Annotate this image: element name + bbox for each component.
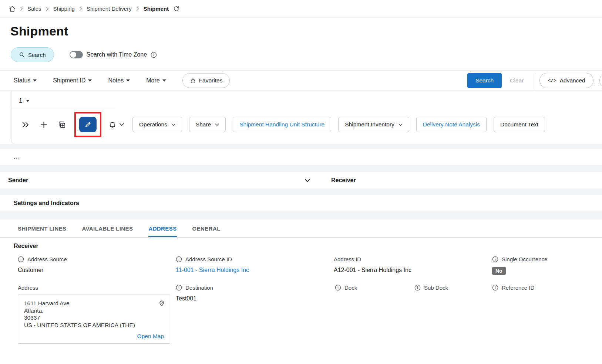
- shipment-inventory-button[interactable]: Shipment Inventory: [338, 117, 409, 132]
- section-gap: [0, 211, 602, 220]
- edit-button[interactable]: [79, 117, 97, 132]
- filter-more-label: More: [146, 77, 159, 84]
- refresh-icon[interactable]: [173, 6, 179, 12]
- caret-down-icon: [126, 79, 130, 82]
- address-id-label: Address ID: [334, 256, 361, 262]
- address-source-id-label: Address Source ID: [185, 256, 232, 262]
- save-button[interactable]: Save: [599, 73, 602, 88]
- chevron-down-icon: [305, 179, 310, 182]
- sub-dock-label: Sub Dock: [424, 285, 448, 291]
- chevron-right-icon: [46, 7, 49, 11]
- filter-status-label: Status: [14, 77, 30, 84]
- field-row-1: Address Source Customer Address Source I…: [18, 256, 602, 275]
- settings-panel-header[interactable]: Settings and Indicators: [0, 195, 602, 211]
- address-line: US - UNITED STATES OF AMERICA (THE): [24, 322, 164, 329]
- tab-general[interactable]: GENERAL: [192, 220, 221, 237]
- home-icon[interactable]: [9, 6, 16, 12]
- chevron-down-icon: [398, 123, 403, 126]
- search-button[interactable]: Search: [11, 47, 54, 62]
- filter-notes-label: Notes: [108, 77, 124, 84]
- field-destination: Destination Test001: [176, 285, 335, 344]
- info-icon[interactable]: [492, 285, 498, 291]
- field-single-occurrence: Single Occurrence No: [492, 256, 602, 275]
- shipment-inventory-label: Shipment Inventory: [345, 121, 394, 128]
- field-address: Address 1611 Harvard Ave Atlanta, 30337 …: [18, 285, 176, 344]
- field-address-source: Address Source Customer: [18, 256, 176, 275]
- duplicate-icon: [58, 121, 65, 128]
- filter-status[interactable]: Status: [14, 77, 37, 84]
- open-map-link[interactable]: Open Map: [137, 333, 164, 340]
- info-icon[interactable]: [18, 256, 24, 262]
- clear-button[interactable]: Clear: [503, 73, 530, 88]
- caret-down-icon: [162, 79, 166, 82]
- filter-more[interactable]: More: [146, 77, 166, 84]
- section-gap: [0, 165, 602, 172]
- breadcrumb-item-shipping[interactable]: Shipping: [53, 6, 75, 12]
- collapsed-summary-row[interactable]: ...: [0, 149, 602, 165]
- duplicate-button[interactable]: [55, 118, 68, 131]
- breadcrumb-item-sales[interactable]: Sales: [27, 6, 41, 12]
- info-icon[interactable]: [414, 285, 421, 291]
- info-icon[interactable]: [176, 256, 182, 262]
- chevron-right-icon: [79, 7, 82, 11]
- delivery-note-analysis-button[interactable]: Delivery Note Analysis: [416, 117, 487, 132]
- favorites-label: Favorites: [199, 77, 223, 84]
- search-controls: Search Search with Time Zone: [11, 47, 602, 63]
- search-button-label: Search: [28, 52, 46, 58]
- caret-down-icon: [33, 79, 37, 82]
- dock-label: Dock: [344, 285, 357, 291]
- info-icon[interactable]: [492, 256, 498, 262]
- search-icon: [19, 52, 25, 58]
- chevron-down-icon: [215, 123, 219, 126]
- sender-panel-label: Sender: [8, 177, 28, 184]
- annotation-highlight: [74, 112, 101, 137]
- share-button[interactable]: Share: [189, 117, 226, 132]
- search-submit-button[interactable]: Search: [467, 73, 502, 88]
- chevron-right-icon: [20, 7, 23, 11]
- timezone-toggle[interactable]: [70, 51, 83, 58]
- tab-available-lines[interactable]: AVAILABLE LINES: [82, 220, 133, 237]
- section-gap: [0, 144, 602, 149]
- section-gap: [0, 188, 602, 195]
- destination-label: Destination: [185, 285, 213, 291]
- plus-icon: [40, 121, 47, 128]
- tab-shipment-lines[interactable]: SHIPMENT LINES: [18, 220, 66, 237]
- results-panel: 1 Operations Share Shipment: [11, 91, 602, 144]
- single-occurrence-badge: No: [492, 267, 506, 275]
- field-dock: Dock: [335, 285, 414, 344]
- detail-card: SHIPMENT LINES AVAILABLE LINES ADDRESS G…: [0, 220, 602, 364]
- document-text-button[interactable]: Document Text: [494, 117, 545, 132]
- result-count-dropdown[interactable]: 1: [11, 95, 602, 107]
- address-source-id-link[interactable]: 11-001 - Sierra Holdings Inc: [176, 267, 334, 273]
- breadcrumb-item-shipment-delivery[interactable]: Shipment Delivery: [87, 6, 132, 12]
- operations-button[interactable]: Operations: [132, 117, 182, 132]
- filter-notes[interactable]: Notes: [108, 77, 130, 84]
- bell-icon: [109, 121, 116, 129]
- field-address-source-id: Address Source ID 11-001 - Sierra Holdin…: [176, 256, 334, 275]
- sender-panel-header[interactable]: Sender: [0, 172, 318, 188]
- receiver-section-heading: Receiver: [14, 243, 602, 249]
- info-icon[interactable]: [335, 285, 341, 291]
- panel-headers: Sender Receiver: [0, 172, 602, 188]
- field-address-id: Address ID A12-001 - Sierra Holdings Inc: [334, 256, 492, 275]
- location-pin-icon[interactable]: [158, 299, 165, 307]
- reference-id-label: Reference ID: [502, 285, 534, 291]
- chevron-down-icon: [120, 123, 124, 126]
- advanced-button[interactable]: </> Advanced: [539, 73, 593, 88]
- tab-address[interactable]: ADDRESS: [148, 220, 176, 237]
- notifications-button[interactable]: [107, 121, 125, 129]
- add-button[interactable]: [37, 118, 50, 131]
- caret-down-icon: [26, 100, 30, 102]
- shipment-handling-unit-structure-button[interactable]: Shipment Handling Unit Structure: [233, 117, 331, 132]
- toggle-knob: [70, 52, 76, 58]
- address-line: 1611 Harvard Ave: [24, 300, 164, 307]
- page-title: Shipment: [10, 23, 602, 39]
- info-icon[interactable]: [176, 285, 182, 291]
- divider: [11, 109, 115, 109]
- info-icon[interactable]: [151, 52, 157, 58]
- favorites-button[interactable]: Favorites: [182, 73, 230, 88]
- receiver-panel-header[interactable]: Receiver: [323, 172, 602, 188]
- tab-bar: SHIPMENT LINES AVAILABLE LINES ADDRESS G…: [0, 220, 602, 238]
- filter-shipment-id[interactable]: Shipment ID: [53, 77, 92, 84]
- expand-button[interactable]: [19, 118, 32, 131]
